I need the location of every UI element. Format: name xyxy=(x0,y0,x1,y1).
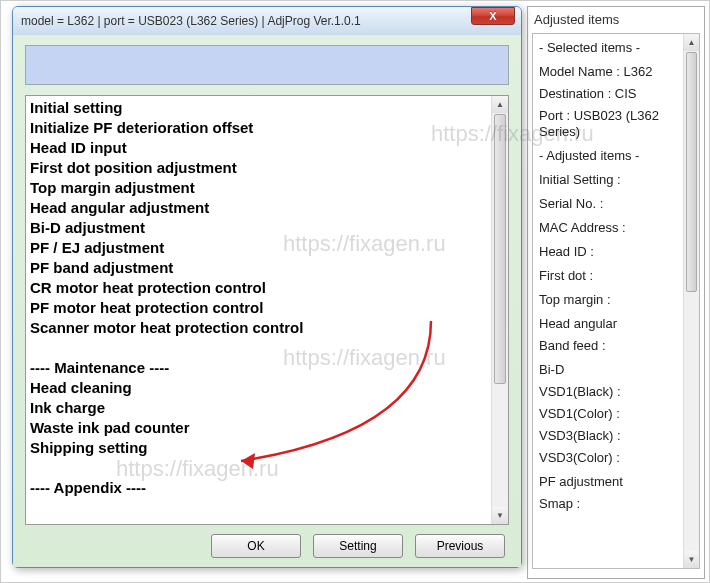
side-scrollbar[interactable]: ▲ ▼ xyxy=(683,34,699,568)
destination: Destination : CIS xyxy=(539,86,693,102)
port: Port : USB023 (L362 Series) xyxy=(539,108,693,140)
serial-no: Serial No. : xyxy=(539,196,693,212)
list-item[interactable]: First dot position adjustment xyxy=(30,158,487,178)
list-item[interactable]: PF band adjustment xyxy=(30,258,487,278)
list-item[interactable]: ---- Maintenance ---- xyxy=(30,358,487,378)
ok-button[interactable]: OK xyxy=(211,534,301,558)
list-item[interactable]: Bi-D adjustment xyxy=(30,218,487,238)
list-item[interactable]: Head ID input xyxy=(30,138,487,158)
vsd1-black: VSD1(Black) : xyxy=(539,384,693,400)
list-item[interactable]: Head angular adjustment xyxy=(30,198,487,218)
vsd3-color: VSD3(Color) : xyxy=(539,450,693,466)
vsd1-color: VSD1(Color) : xyxy=(539,406,693,422)
vsd3-black: VSD3(Black) : xyxy=(539,428,693,444)
scroll-down-icon[interactable]: ▼ xyxy=(492,507,508,524)
adjprog-dialog: model = L362 | port = USB023 (L362 Serie… xyxy=(12,6,522,568)
side-scroll-up-icon[interactable]: ▲ xyxy=(684,34,699,51)
bi-d: Bi-D xyxy=(539,362,693,378)
list-item[interactable]: Initial setting xyxy=(30,98,487,118)
list-item[interactable]: Head cleaning xyxy=(30,378,487,398)
previous-button[interactable]: Previous xyxy=(415,534,505,558)
list-item[interactable]: PF motor heat protection control xyxy=(30,298,487,318)
mac-address: MAC Address : xyxy=(539,220,693,236)
model-name: Model Name : L362 xyxy=(539,64,693,80)
scroll-thumb[interactable] xyxy=(494,114,506,384)
side-scroll-down-icon[interactable]: ▼ xyxy=(684,551,699,568)
list-item[interactable]: Top margin adjustment xyxy=(30,178,487,198)
window-title: model = L362 | port = USB023 (L362 Serie… xyxy=(21,14,361,28)
list-item[interactable]: PF / EJ adjustment xyxy=(30,238,487,258)
adjusted-items-title: Adjusted items xyxy=(528,10,704,33)
side-scroll-thumb[interactable] xyxy=(686,52,697,292)
band-feed: Band feed : xyxy=(539,338,693,354)
close-button[interactable]: X xyxy=(471,7,515,25)
button-row: OK Setting Previous xyxy=(25,525,509,559)
top-margin: Top margin : xyxy=(539,292,693,308)
adjusted-items-panel: Adjusted items - Selected items - Model … xyxy=(527,6,705,579)
adjusted-items-content: - Selected items - Model Name : L362 Des… xyxy=(532,33,700,569)
initial-setting: Initial Setting : xyxy=(539,172,693,188)
selected-header: - Selected items - xyxy=(539,40,693,56)
list-item[interactable]: Initialize PF deterioration offset xyxy=(30,118,487,138)
list-item[interactable]: CR motor heat protection control xyxy=(30,278,487,298)
adjustment-listbox[interactable]: Initial settingInitialize PF deteriorati… xyxy=(25,95,509,525)
list-scrollbar[interactable]: ▲ ▼ xyxy=(491,96,508,524)
adjusted-header: - Adjusted items - xyxy=(539,148,693,164)
smap: Smap : xyxy=(539,496,693,512)
first-dot: First dot : xyxy=(539,268,693,284)
close-icon: X xyxy=(489,10,496,22)
dialog-body: Initial settingInitialize PF deteriorati… xyxy=(13,35,521,567)
head-angular: Head angular xyxy=(539,316,693,332)
list-item[interactable]: Ink charge xyxy=(30,398,487,418)
list-item[interactable]: ---- Appendix ---- xyxy=(30,478,487,498)
head-id: Head ID : xyxy=(539,244,693,260)
scroll-up-icon[interactable]: ▲ xyxy=(492,96,508,113)
setting-button[interactable]: Setting xyxy=(313,534,403,558)
info-panel xyxy=(25,45,509,85)
list-item[interactable]: Scanner motor heat protection control xyxy=(30,318,487,338)
list-item[interactable]: Shipping setting xyxy=(30,438,487,458)
pf-adjustment: PF adjustment xyxy=(539,474,693,490)
titlebar[interactable]: model = L362 | port = USB023 (L362 Serie… xyxy=(13,7,521,35)
list-item[interactable]: Waste ink pad counter xyxy=(30,418,487,438)
